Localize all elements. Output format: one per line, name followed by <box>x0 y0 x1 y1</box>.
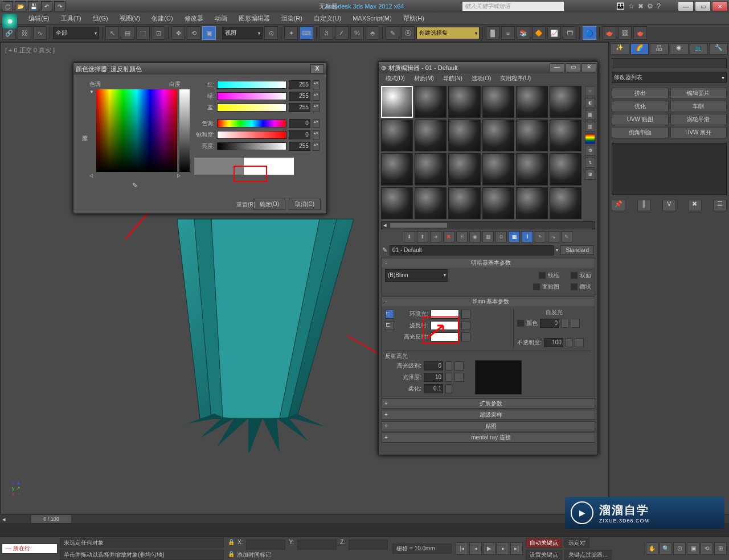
menu-tools[interactable]: 工具(T) <box>55 13 87 24</box>
2sided-check[interactable] <box>571 272 578 279</box>
reset-button[interactable]: 重置(R) <box>236 201 256 209</box>
material-name-field[interactable]: 01 - Default <box>390 245 554 256</box>
snap-3-icon[interactable]: 3 <box>320 26 333 40</box>
redo-icon[interactable]: ↷ <box>54 1 65 11</box>
menu-rendering[interactable]: 渲染(R) <box>276 13 308 24</box>
material-slot[interactable] <box>415 153 447 185</box>
stack-pin-icon[interactable]: 📌 <box>612 200 625 211</box>
mat-menu-material[interactable]: 材质(M) <box>409 73 439 84</box>
play-icon[interactable]: ▶ <box>483 542 495 555</box>
gloss-value[interactable]: 10 <box>424 373 443 382</box>
help-search[interactable]: 键入关键字或短语 <box>462 2 564 11</box>
sel-lock-icon[interactable]: ✎ <box>386 26 399 40</box>
make-copy-icon[interactable]: ⎘ <box>456 231 468 242</box>
util-icon[interactable]: ☆ <box>628 2 634 10</box>
extended-rollout[interactable]: +扩展参数 <box>382 399 595 408</box>
slot-scrollbar[interactable]: ◂ <box>381 221 595 229</box>
material-slot[interactable] <box>415 86 447 118</box>
modifier-stack[interactable] <box>612 143 727 195</box>
render-icon[interactable]: 🫖 <box>633 26 647 40</box>
save-icon[interactable]: 💾 <box>28 1 39 11</box>
speclevel-value[interactable]: 0 <box>424 361 443 370</box>
red-value[interactable]: 255 <box>289 80 310 89</box>
tab-hierarchy[interactable]: 品 <box>650 43 669 55</box>
named-sel-icon[interactable]: Ⓐ <box>401 26 415 40</box>
bg-icon[interactable]: ▦ <box>585 110 595 120</box>
ambient-map[interactable] <box>461 310 470 319</box>
stack-config-icon[interactable]: ☰ <box>713 200 727 211</box>
menu-grapheditors[interactable]: 图形编辑器 <box>233 13 276 24</box>
render-setup-icon[interactable]: 🫖 <box>603 26 616 40</box>
material-slot[interactable] <box>381 187 413 219</box>
material-slot[interactable] <box>415 120 447 151</box>
render-frame-icon[interactable]: 🖼 <box>618 26 632 40</box>
menu-animation[interactable]: 动画 <box>209 13 233 24</box>
nav-pan-icon[interactable]: ✋ <box>646 542 658 555</box>
material-id-icon[interactable]: 0 <box>495 231 507 242</box>
eyedropper-icon[interactable]: ✎ <box>382 246 387 254</box>
keyboard-icon[interactable]: ⌨ <box>300 26 313 40</box>
open-icon[interactable]: 📂 <box>15 1 26 11</box>
opacity-value[interactable]: 100 <box>544 338 563 347</box>
tab-display[interactable]: 📺 <box>690 43 708 55</box>
menu-create[interactable]: 创建(C) <box>146 13 178 24</box>
curve-editor-icon[interactable]: 📈 <box>547 26 561 40</box>
menu-maxscript[interactable]: MAXScript(M) <box>347 13 397 24</box>
video-icon[interactable] <box>585 134 595 144</box>
go-parent-icon[interactable]: ⬑ <box>535 231 546 242</box>
select-icon[interactable]: ↖ <box>105 26 119 40</box>
mat-menu-util[interactable]: 实用程序(U) <box>495 73 535 84</box>
scale-icon[interactable]: ▣ <box>202 26 216 40</box>
app-icon[interactable]: ⊚ <box>2 14 17 28</box>
uv-icon[interactable]: ▥ <box>585 122 595 132</box>
material-slot[interactable] <box>516 153 548 185</box>
spinner-snap-icon[interactable]: ⬘ <box>366 26 379 40</box>
mod-unwrap[interactable]: UVW 展开 <box>670 127 727 138</box>
put-scene-icon[interactable]: ⬆ <box>417 231 428 242</box>
material-slot[interactable] <box>448 187 480 219</box>
nav-zoomext-icon[interactable]: ⊡ <box>673 542 686 555</box>
selfillum-check[interactable] <box>517 320 524 327</box>
maximize-button[interactable]: ▭ <box>695 1 711 11</box>
material-slot-1[interactable] <box>381 86 413 118</box>
specular-map[interactable] <box>461 332 470 341</box>
stack-show-icon[interactable]: ║ <box>637 200 651 211</box>
mod-extrude[interactable]: 挤出 <box>612 88 669 99</box>
graphite-icon[interactable]: 🔶 <box>532 26 546 40</box>
modifier-list[interactable]: 修改器列表▾ <box>612 72 727 83</box>
put-library-icon[interactable]: ▦ <box>482 231 494 242</box>
coord-x[interactable] <box>246 540 285 550</box>
basic-rollout-header[interactable]: -Blinn 基本参数 <box>382 297 595 306</box>
mod-uvwmap[interactable]: UVW 贴图 <box>612 114 669 125</box>
select-icon[interactable]: ↯ <box>585 158 595 168</box>
nav-fov-icon[interactable]: ▣ <box>687 542 699 555</box>
close-button[interactable]: ✕ <box>712 1 728 11</box>
shader-rollout-header[interactable]: -明暗器基本参数 <box>382 258 595 267</box>
util-icon[interactable]: ⚙ <box>647 2 653 10</box>
shader-type[interactable]: (B)Blinn <box>385 269 448 282</box>
next-frame-icon[interactable]: ▸ <box>497 542 509 555</box>
material-slot[interactable] <box>516 86 548 118</box>
facemap-check[interactable] <box>533 283 540 290</box>
material-slot[interactable] <box>550 120 581 151</box>
material-slot[interactable] <box>448 153 480 185</box>
material-slot[interactable] <box>482 187 514 219</box>
angle-snap-icon[interactable]: ∠ <box>335 26 349 40</box>
green-value[interactable]: 255 <box>289 92 310 101</box>
material-slot[interactable] <box>550 86 581 118</box>
tab-create[interactable]: ✨ <box>611 43 629 55</box>
tab-motion[interactable]: ◉ <box>670 43 689 55</box>
menu-modifiers[interactable]: 修改器 <box>179 13 209 24</box>
material-slot[interactable] <box>448 86 480 118</box>
unlink-icon[interactable]: ⛓ <box>18 26 31 40</box>
material-slot[interactable] <box>482 86 514 118</box>
maps-rollout[interactable]: +贴图 <box>382 422 595 431</box>
delete-icon[interactable]: ✖ <box>443 231 454 242</box>
get-material-icon[interactable]: ⬇ <box>404 231 415 242</box>
mat-menu-options[interactable]: 选项(O) <box>467 73 495 84</box>
coord-y[interactable] <box>297 540 337 550</box>
mod-optimize[interactable]: 优化 <box>612 101 669 112</box>
setkey-button[interactable]: 设置关键点 <box>526 550 562 560</box>
show-end-icon[interactable]: Ⅰ <box>522 231 533 242</box>
selected-set[interactable]: 选定对 <box>564 538 589 548</box>
